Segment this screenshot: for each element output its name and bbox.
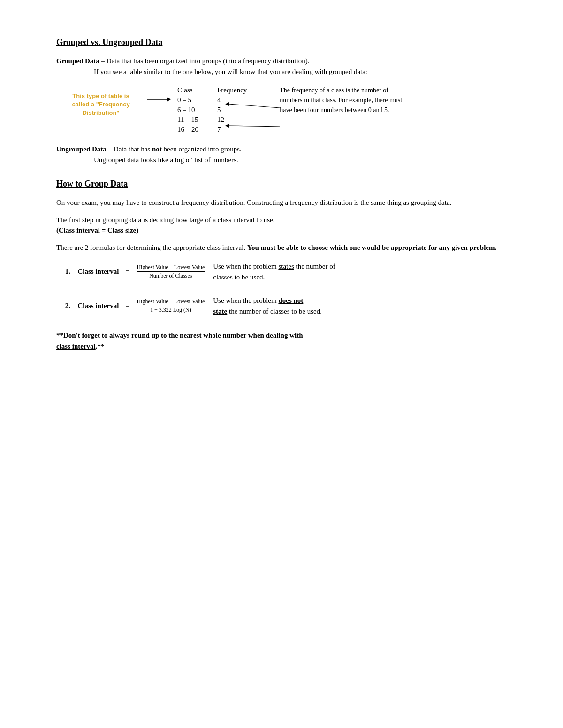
freq-note-text: The frequency of a class is the number o… (280, 85, 406, 115)
formula1-note: Use when the problem states the number o… (213, 261, 344, 282)
formula2-note-text3: the number of classes to be used. (227, 308, 322, 315)
formula2-note: Use when the problem does not state the … (213, 295, 322, 316)
freq-arrows-svg (224, 94, 281, 155)
section-grouped-ungrouped: Grouped vs. Ungrouped Data Grouped Data … (56, 38, 507, 165)
ungrouped-dash: – (107, 145, 114, 153)
class-cell: 16 – 20 (177, 125, 217, 135)
formula2-denominator: 1 + 3.322 Log (N) (150, 306, 191, 314)
ungrouped-text3: been (162, 145, 179, 153)
svg-marker-5 (225, 124, 229, 128)
formula2-numerator: Highest Value – Lowest Value (137, 298, 205, 306)
reminder-text3: .** (96, 343, 105, 350)
formula2-note-text1: Use when the problem (213, 297, 278, 304)
side-label: This type of table is called a "Frequenc… (56, 92, 145, 118)
para1: On your exam, you may have to construct … (56, 197, 507, 208)
para2-line1: The first step in grouping data is decid… (56, 216, 274, 224)
class-cell: 11 – 15 (177, 115, 217, 125)
ungrouped-text2: that has (127, 145, 152, 153)
formula1-numerator: Highest Value – Lowest Value (137, 264, 205, 272)
ungrouped-cont: Ungrouped data looks like a big ol' list… (94, 155, 238, 165)
reminder: **Don't forget to always round up to the… (56, 330, 507, 352)
arrow-container (147, 95, 171, 104)
grouped-data-word: Data (107, 57, 120, 65)
formula1-fraction: Highest Value – Lowest Value Number of C… (137, 264, 205, 279)
svg-marker-1 (167, 97, 171, 102)
para3-intro: There are 2 formulas for determining the… (56, 244, 247, 251)
class-cell: 0 – 5 (177, 95, 217, 105)
formula1-note-text1: Use when the problem (213, 263, 278, 270)
formula1-denominator: Number of Classes (149, 272, 192, 279)
ungrouped-term: Ungrouped Data (56, 145, 107, 153)
formula2-note-underline2: state (213, 308, 227, 315)
side-label-area: This type of table is called a "Frequenc… (56, 92, 145, 118)
grouped-organized-word: organized (160, 57, 188, 65)
grouped-definition: Grouped Data – Data that has been organi… (56, 56, 507, 77)
para2-line2: (Class interval = Class size) (56, 226, 138, 234)
class-cell: 6 – 10 (177, 105, 217, 115)
svg-marker-3 (225, 102, 229, 106)
formula2-fraction: Highest Value – Lowest Value 1 + 3.322 L… (137, 298, 205, 314)
ungrouped-data-word: Data (114, 145, 127, 153)
grouped-dash: – (99, 57, 107, 65)
reminder-underline2: class interval (56, 343, 96, 350)
reminder-underline: round up to the nearest whole number (131, 331, 246, 339)
ungrouped-definition: Ungrouped Data – Data that has not been … (56, 144, 507, 165)
section-how-to-group: How to Group Data On your exam, you may … (56, 179, 507, 352)
formula1-num: 1. (56, 268, 70, 276)
grouped-text2: that has been (120, 57, 160, 65)
freq-note-area: The frequency of a class is the number o… (280, 85, 406, 115)
formula-row-2: 2. Class interval = Highest Value – Lowe… (56, 295, 507, 316)
grouped-text4: into groups (into a frequency distributi… (188, 57, 310, 65)
reminder-text1: **Don't forget to always (56, 331, 131, 339)
formulas-section: 1. Class interval = Highest Value – Lowe… (56, 261, 507, 316)
para3: There are 2 formulas for determining the… (56, 242, 507, 253)
ungrouped-organized-word: organized (179, 145, 206, 153)
formula2-eq: = (123, 302, 131, 310)
formula2-num: 2. (56, 302, 70, 310)
section2-heading: How to Group Data (56, 179, 507, 189)
right-arrow-icon (147, 95, 171, 104)
class-col-header: Class (177, 85, 217, 95)
frequency-table-area: This type of table is called a "Frequenc… (56, 85, 507, 135)
reminder-text2: when dealing with (246, 331, 303, 339)
formula1-note-underline: states (278, 263, 294, 270)
formula2-note-underline1: does not (278, 297, 303, 304)
formula1-label: Class interval (74, 268, 119, 276)
svg-line-4 (229, 126, 280, 127)
section1-heading: Grouped vs. Ungrouped Data (56, 38, 507, 47)
para3-bold: You must be able to choose which one wou… (247, 244, 496, 251)
grouped-cont: If you see a table similar to the one be… (94, 67, 367, 77)
para2: The first step in grouping data is decid… (56, 215, 507, 236)
svg-line-2 (229, 104, 280, 108)
formula2-label: Class interval (74, 302, 119, 310)
ungrouped-not-word: not (152, 145, 162, 153)
formula-row-1: 1. Class interval = Highest Value – Lowe… (56, 261, 507, 282)
grouped-term: Grouped Data (56, 57, 99, 65)
page: Grouped vs. Ungrouped Data Grouped Data … (0, 0, 563, 728)
formula1-eq: = (123, 268, 131, 276)
